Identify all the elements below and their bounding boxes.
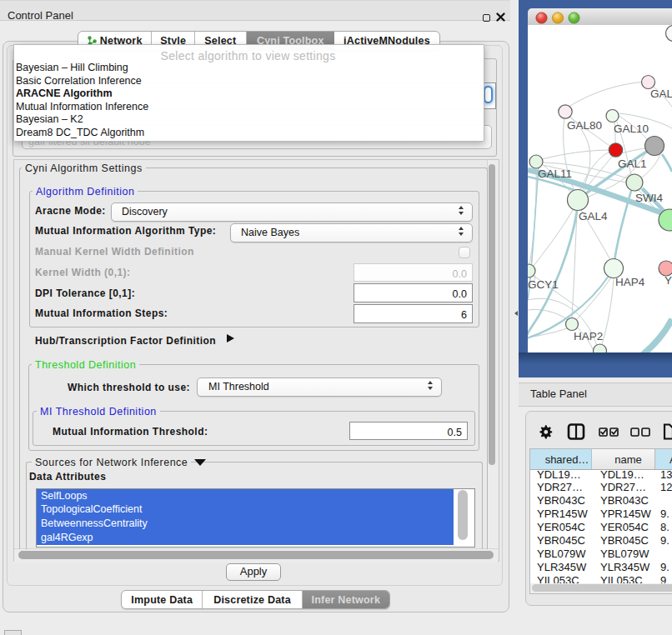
svg-text:SWI4: SWI4 — [635, 192, 663, 204]
svg-text:GAL11: GAL11 — [538, 168, 572, 180]
svg-text:GAL7: GAL7 — [650, 88, 672, 100]
svg-text:HAP4: HAP4 — [615, 276, 645, 288]
svg-text:GAL80: GAL80 — [567, 119, 602, 132]
svg-text:GAL4: GAL4 — [579, 210, 608, 222]
svg-text:HAP2: HAP2 — [574, 330, 603, 342]
svg-text:GAL1: GAL1 — [618, 158, 647, 170]
svg-text:GAL10: GAL10 — [614, 122, 649, 135]
svg-text:GCY1: GCY1 — [528, 278, 559, 291]
svg-text:Y: Y — [664, 274, 672, 287]
